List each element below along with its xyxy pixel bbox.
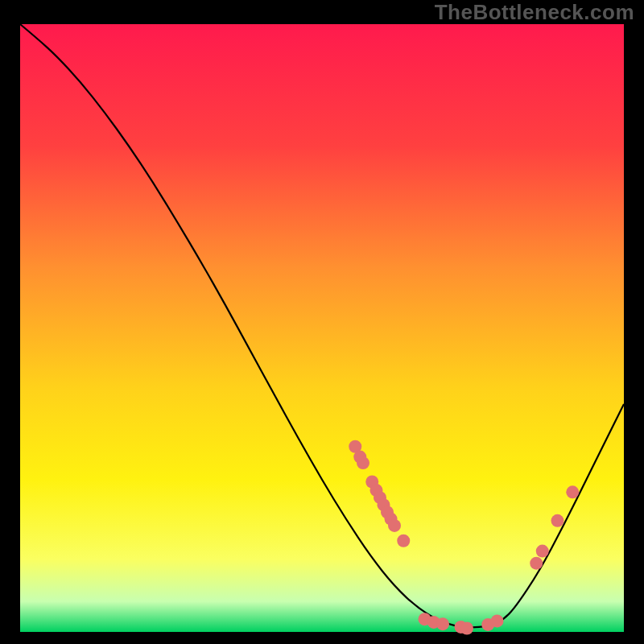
data-dot — [460, 621, 473, 634]
data-dot — [551, 514, 564, 527]
data-dot — [566, 485, 579, 498]
data-dot — [436, 617, 449, 630]
data-dot — [397, 535, 410, 547]
data-dot — [536, 545, 549, 558]
data-dot — [357, 456, 369, 469]
chart-svg — [0, 0, 644, 644]
plot-background — [20, 24, 624, 632]
data-dot — [530, 557, 543, 570]
data-dot — [388, 519, 401, 532]
data-dot — [491, 614, 504, 627]
watermark-text: TheBottleneck.com — [435, 0, 634, 25]
chart-container: { "watermark": "TheBottleneck.com", "cha… — [0, 0, 644, 644]
